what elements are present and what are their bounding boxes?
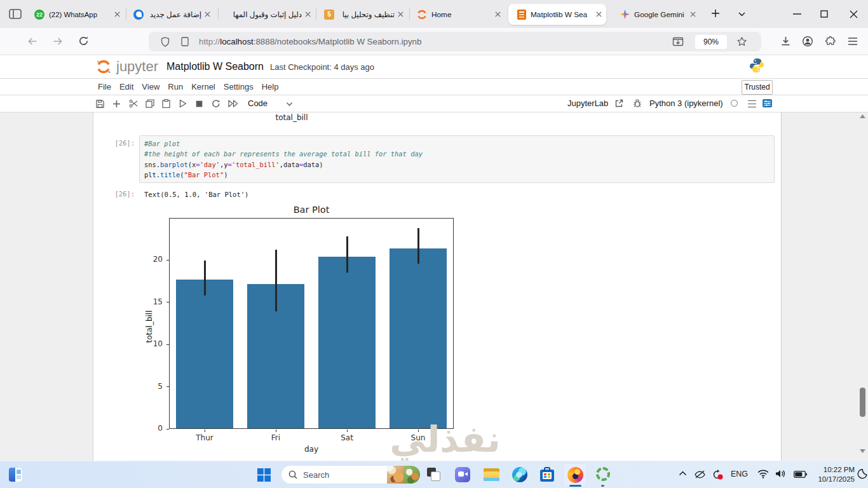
firefox-taskbar-button[interactable] <box>563 463 587 487</box>
taskbar: Search ENG 10:22 PM10/17/2025 <box>0 461 868 488</box>
tray-date: 10/17/2025 <box>813 475 855 484</box>
firefox-active-indicator <box>569 485 581 487</box>
x-tick-label: Sat <box>328 433 366 442</box>
tray-volume-icon[interactable] <box>775 469 786 478</box>
scrollbar-track[interactable] <box>857 112 868 488</box>
widgets-icon[interactable] <box>9 468 22 482</box>
tray-sync-icon[interactable] <box>712 469 724 480</box>
y-axis-label: total_bill <box>145 301 154 352</box>
chart-title: Bar Plot <box>169 205 454 215</box>
y-tick-label: 20 <box>144 255 163 264</box>
tray-wifi-icon[interactable] <box>757 470 769 478</box>
search-highlights-thumbnail[interactable] <box>387 466 420 484</box>
scroll-down-arrow[interactable] <box>860 449 865 453</box>
edge-icon[interactable] <box>512 467 527 482</box>
chat-teams-icon[interactable] <box>455 467 470 482</box>
scrollbar-thumb[interactable] <box>860 388 865 417</box>
tray-moon-icon[interactable] <box>855 467 868 481</box>
tray-time: 10:22 PM <box>813 465 855 475</box>
scroll-up-arrow[interactable] <box>860 114 865 118</box>
tray-battery-icon[interactable] <box>794 471 807 478</box>
search-placeholder: Search <box>303 470 329 480</box>
bar-plot-figure: Bar PlotThurFriSatSun05101520daytotal_bi… <box>0 0 868 488</box>
x-tick <box>347 430 348 432</box>
firefox-icon <box>567 467 583 483</box>
search-icon <box>288 470 297 479</box>
tray-clock[interactable]: 10:22 PM10/17/2025 <box>813 465 855 484</box>
x-tick-label: Fri <box>257 433 295 442</box>
file-explorer-icon[interactable] <box>484 467 499 482</box>
green-ring-app-icon[interactable] <box>596 467 610 481</box>
tray-chevron-up-icon[interactable] <box>679 471 687 476</box>
axes-frame <box>169 218 454 429</box>
tray-eye-slash-icon[interactable] <box>694 469 706 480</box>
screen: 22 (22) WhatsApp إضافة عمل جديد | دليل إ… <box>0 0 868 488</box>
tray-language[interactable]: ENG <box>731 470 748 478</box>
taskbar-search[interactable]: Search <box>281 465 421 484</box>
x-tick <box>276 430 276 432</box>
watermark: نفذلي <box>374 418 517 460</box>
y-tick-label: 5 <box>144 382 163 391</box>
start-button[interactable] <box>257 468 271 482</box>
x-tick-label: Thur <box>186 433 224 442</box>
task-view-icon[interactable] <box>427 468 441 482</box>
y-tick-label: 0 <box>144 424 163 433</box>
x-tick <box>205 430 205 432</box>
x-axis-label: day <box>295 445 327 454</box>
green-app-running-indicator <box>601 485 604 487</box>
ms-store-icon[interactable] <box>539 467 555 482</box>
